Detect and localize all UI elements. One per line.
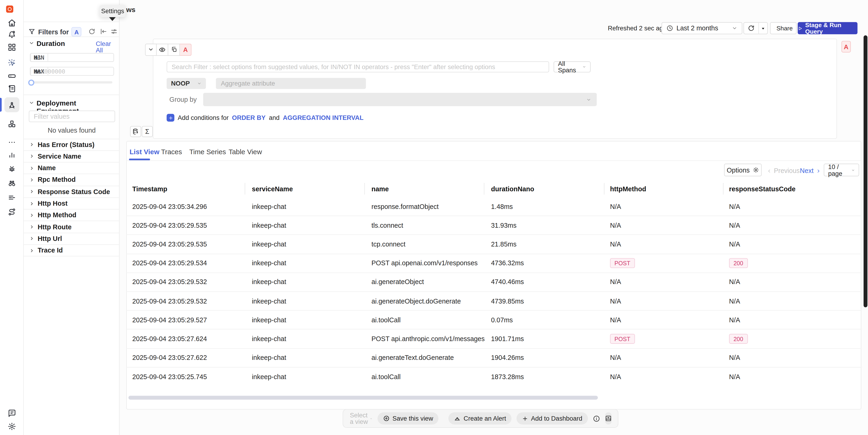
cell-statuscode: N/A	[729, 292, 740, 310]
toggle-query-visibility-button[interactable]	[157, 43, 168, 56]
filter-item-http-host[interactable]: Http Host	[24, 198, 119, 210]
rail-item-settings[interactable]	[0, 422, 24, 431]
query-source-button[interactable]	[130, 126, 141, 137]
select-view-dropdown[interactable]: Select a view	[350, 412, 372, 425]
formula-button[interactable]: Σ	[142, 126, 153, 137]
refresh-button[interactable]	[744, 23, 759, 34]
duration-collapse-chevron[interactable]	[29, 40, 34, 46]
add-to-dashboard-button[interactable]: Add to Dashboard	[517, 412, 588, 424]
refresh-caret-button[interactable]	[759, 26, 767, 31]
aggregate-operator-value: NOOP	[171, 80, 190, 87]
span-scope-select[interactable]: All Spans	[554, 62, 591, 73]
rail-item-service-map[interactable]	[0, 179, 24, 187]
next-page-button[interactable]: Next	[800, 167, 821, 175]
signoz-logo[interactable]	[6, 6, 13, 13]
tab-traces[interactable]: Traces	[161, 148, 182, 156]
rail-item-messaging-queues[interactable]	[0, 120, 24, 128]
vertical-scrollbar-thumb[interactable]	[864, 35, 868, 307]
column-header-durationnano[interactable]: durationNano	[491, 180, 534, 197]
column-separator	[723, 183, 723, 195]
rail-item-exceptions[interactable]	[0, 165, 24, 173]
cell-servicename: inkeep-chat	[252, 292, 286, 310]
filter-item-trace-id[interactable]: Trace Id	[24, 245, 119, 257]
previous-page-button[interactable]: Previous	[767, 167, 800, 175]
filter-item-response-status[interactable]: Response Status Code	[24, 186, 119, 198]
horizontal-scrollbar-thumb[interactable]	[128, 396, 598, 400]
filter-item-label: Service Name	[38, 152, 81, 160]
order-by-link[interactable]: ORDER BY	[232, 114, 266, 121]
rail-item-dashboards[interactable]	[0, 43, 24, 52]
table-row[interactable]: 2025-09-04 23:05:29.532 inkeep-chat ai.g…	[126, 273, 862, 292]
clear-all-link[interactable]: Clear All	[96, 40, 119, 54]
table-row[interactable]: 2025-09-04 23:05:29.527 inkeep-chat ai.t…	[126, 311, 862, 330]
filter-item-http-url[interactable]: Http Url	[24, 233, 119, 245]
filter-item-http-route[interactable]: Http Route	[24, 222, 119, 233]
rail-item-home[interactable]	[0, 19, 24, 27]
clone-query-button[interactable]	[168, 43, 180, 56]
duration-slider-handle[interactable]	[28, 79, 34, 85]
duration-slider-track[interactable]	[30, 81, 112, 83]
rail-item-pipelines[interactable]	[0, 208, 24, 216]
rail-item-more[interactable]	[0, 138, 24, 146]
rail-item-traces-active[interactable]	[0, 101, 24, 109]
page-size-select[interactable]: 10 / page	[824, 164, 859, 176]
collapse-sidebar-button[interactable]	[100, 28, 107, 35]
column-header-servicename[interactable]: serviceName	[252, 180, 293, 197]
table-row[interactable]: 2025-09-04 23:05:29.532 inkeep-chat ai.g…	[126, 292, 862, 311]
rail-item-metrics[interactable]	[0, 150, 24, 159]
column-header-httpmethod[interactable]: httpMethod	[610, 180, 646, 197]
column-header-name[interactable]: name	[371, 180, 389, 197]
table-row[interactable]: 2025-09-04 23:05:29.534 inkeep-chat POST…	[126, 254, 862, 273]
table-row[interactable]: 2025-09-04 23:05:27.624 inkeep-chat POST…	[126, 330, 862, 348]
tab-list-view[interactable]: List View	[129, 148, 159, 156]
info-button[interactable]	[593, 415, 600, 422]
column-header-responsestatuscode[interactable]: responseStatusCode	[729, 180, 795, 197]
rail-item-alerts[interactable]	[0, 30, 24, 39]
sync-filters-button[interactable]	[89, 28, 95, 35]
tab-table-view[interactable]: Table View	[228, 148, 262, 156]
query-a-chip[interactable]: A	[72, 27, 82, 37]
cell-timestamp: 2025-09-04 23:05:29.534	[132, 254, 207, 272]
rail-item-events[interactable]	[0, 59, 24, 67]
table-row[interactable]: 2025-09-04 23:05:29.535 inkeep-chat tcp.…	[126, 235, 862, 254]
search-filter-input[interactable]	[167, 62, 549, 73]
cell-httpmethod: N/A	[610, 216, 621, 234]
filter-item-service-name[interactable]: Service Name	[24, 151, 119, 163]
filter-item-rpc-method[interactable]: Rpc Method	[24, 174, 119, 186]
rail-item-support[interactable]	[0, 409, 24, 417]
rail-item-infrastructure[interactable]	[0, 72, 24, 80]
refresh-split-button[interactable]	[743, 22, 768, 34]
time-range-select[interactable]: Last 2 months	[661, 22, 742, 34]
deployment-collapse-chevron[interactable]	[29, 100, 34, 105]
table-row[interactable]: 2025-09-04 23:05:29.535 inkeep-chat tls.…	[126, 216, 862, 235]
filter-item-has-error[interactable]: Has Error (Status)	[24, 139, 119, 151]
toggle-panel-button[interactable]	[605, 412, 612, 424]
pointer-click-icon	[8, 59, 16, 67]
query-a-side-chip[interactable]: A	[841, 41, 851, 53]
tab-views-partial[interactable]: ws	[126, 6, 135, 14]
grid-icon	[8, 43, 16, 52]
aggregation-interval-link[interactable]: AGGREGATION INTERVAL	[283, 114, 364, 121]
active-view-underline	[129, 159, 150, 160]
query-name-chip[interactable]: A	[180, 43, 191, 56]
options-button[interactable]: Options	[724, 164, 762, 176]
save-view-button[interactable]: Save this view	[378, 412, 439, 424]
stage-run-query-button[interactable]: Stage & Run Query	[798, 22, 858, 34]
filter-item-label: Http Route	[38, 223, 71, 231]
share-button[interactable]: Share	[770, 22, 797, 34]
add-condition-button[interactable]	[167, 114, 174, 122]
rail-item-views[interactable]	[0, 193, 24, 202]
create-alert-button[interactable]: Create an Alert	[448, 412, 512, 424]
table-row[interactable]: 2025-09-04 23:05:27.622 inkeep-chat ai.g…	[126, 348, 862, 367]
status-code-badge: 200	[729, 258, 748, 268]
deployment-filter-input[interactable]	[29, 111, 115, 122]
table-row[interactable]: 2025-09-04 23:05:25.745 inkeep-chat ai.t…	[126, 368, 862, 386]
filter-settings-button[interactable]	[111, 28, 118, 35]
tab-time-series[interactable]: Time Series	[189, 148, 226, 156]
filter-item-http-method[interactable]: Http Method	[24, 210, 119, 222]
collapse-query-button[interactable]	[145, 43, 157, 56]
rail-item-logs[interactable]	[0, 85, 24, 93]
table-row[interactable]: 2025-09-04 23:05:34.296 inkeep-chat resp…	[126, 197, 862, 216]
filter-item-name[interactable]: Name	[24, 163, 119, 174]
column-header-timestamp[interactable]: Timestamp	[132, 180, 167, 197]
